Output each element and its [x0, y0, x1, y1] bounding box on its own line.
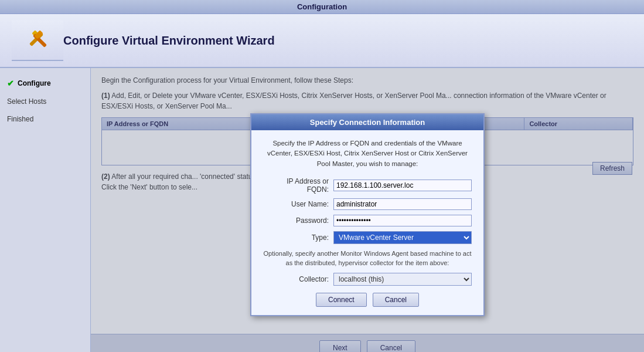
- wizard-icon: [12, 20, 63, 61]
- collector-label: Collector:: [263, 275, 333, 283]
- type-row: Type: VMware vCenter Server ESX/ESXi Hos…: [263, 231, 472, 244]
- password-label: Password:: [263, 216, 333, 225]
- sidebar-item-select-hosts[interactable]: Select Hosts: [0, 93, 90, 110]
- collector-row: Collector: localhost (this): [263, 273, 472, 286]
- password-row: Password:: [263, 215, 472, 226]
- ip-address-label: IP Address or FQDN:: [263, 177, 333, 194]
- configure-checkmark: ✔: [7, 79, 14, 88]
- select-hosts-label: Select Hosts: [7, 97, 46, 106]
- type-label: Type:: [263, 233, 333, 242]
- collector-description: Optionally, specify another Monitor Wind…: [263, 249, 472, 268]
- sidebar: ✔ Configure Select Hosts Finished: [0, 68, 91, 352]
- username-row: User Name:: [263, 198, 472, 210]
- modal-body: Specify the IP Address or FQDN and crede…: [251, 130, 483, 315]
- password-input[interactable]: [333, 215, 472, 226]
- content-area: ✔ Configure Select Hosts Finished Begin …: [0, 68, 644, 352]
- collector-select[interactable]: localhost (this): [333, 273, 472, 286]
- username-label: User Name:: [263, 200, 333, 208]
- title-bar: Configuration: [0, 0, 644, 14]
- connect-button[interactable]: Connect: [316, 293, 367, 307]
- modal-description: Specify the IP Address or FQDN and crede…: [263, 138, 472, 169]
- sidebar-item-finished[interactable]: Finished: [0, 110, 90, 128]
- finished-label: Finished: [7, 115, 33, 123]
- username-input[interactable]: [333, 198, 472, 210]
- sidebar-item-configure-label: Configure: [18, 79, 51, 87]
- modal-overlay: Specify Connection Information Specify t…: [91, 68, 644, 352]
- modal-buttons: Connect Cancel: [263, 293, 472, 307]
- main-content: Begin the Configuration process for your…: [91, 68, 644, 352]
- ip-address-row: IP Address or FQDN:: [263, 177, 472, 194]
- modal-cancel-button[interactable]: Cancel: [373, 293, 419, 307]
- sidebar-item-configure[interactable]: ✔ Configure: [0, 74, 90, 93]
- main-header: Configure Virtual Environment Wizard: [0, 14, 644, 68]
- type-select[interactable]: VMware vCenter Server ESX/ESXi Host Citr…: [333, 231, 472, 244]
- modal-title: Specify Connection Information: [251, 114, 483, 130]
- title-bar-label: Configuration: [297, 2, 347, 11]
- ip-address-input[interactable]: [333, 180, 472, 191]
- page-title: Configure Virtual Environment Wizard: [63, 34, 275, 48]
- modal-dialog: Specify Connection Information Specify t…: [250, 113, 485, 316]
